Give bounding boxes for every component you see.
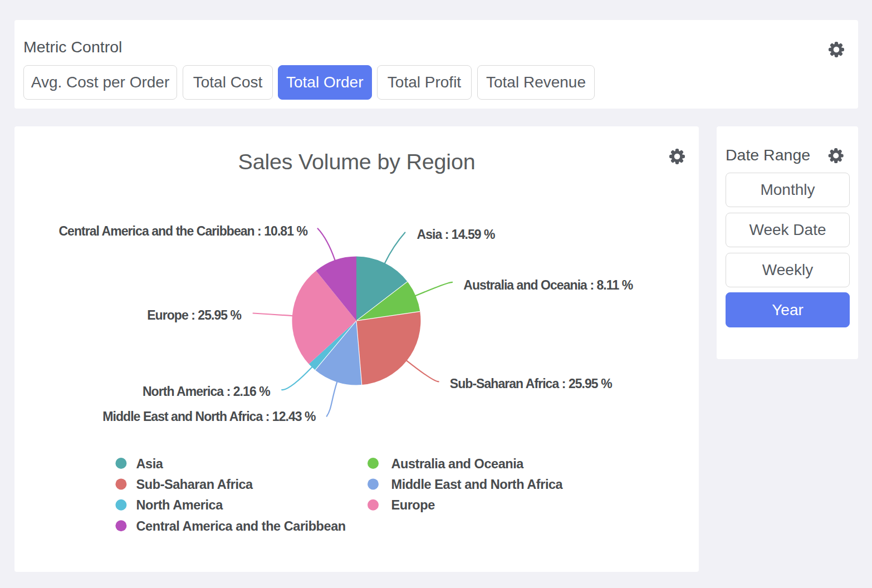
svg-text:Sub-Saharan Africa: Sub-Saharan Africa	[136, 477, 253, 492]
svg-text:Sub-Saharan Africa : 25.95 %: Sub-Saharan Africa : 25.95 %	[450, 376, 612, 391]
svg-text:Middle East and North Africa: Middle East and North Africa	[391, 477, 564, 492]
svg-text:Australia and Oceania: Australia and Oceania	[391, 457, 525, 471]
svg-text:Central America and the Caribb: Central America and the Caribbean	[136, 519, 346, 533]
svg-text:Asia : 14.59 %: Asia : 14.59 %	[417, 227, 496, 242]
svg-text:Australia and Oceania : 8.11 %: Australia and Oceania : 8.11 %	[463, 278, 633, 292]
svg-text:Europe : 25.95 %: Europe : 25.95 %	[147, 308, 241, 322]
svg-text:Europe: Europe	[391, 498, 435, 512]
svg-text:Middle East and North Africa :: Middle East and North Africa : 12.43 %	[102, 409, 316, 424]
svg-text:North America: North America	[136, 498, 224, 512]
svg-text:North America : 2.16 %: North America : 2.16 %	[143, 384, 270, 399]
svg-text:Central America and the Caribb: Central America and the Caribbean : 10.8…	[58, 224, 307, 238]
svg-text:Asia: Asia	[136, 457, 164, 471]
